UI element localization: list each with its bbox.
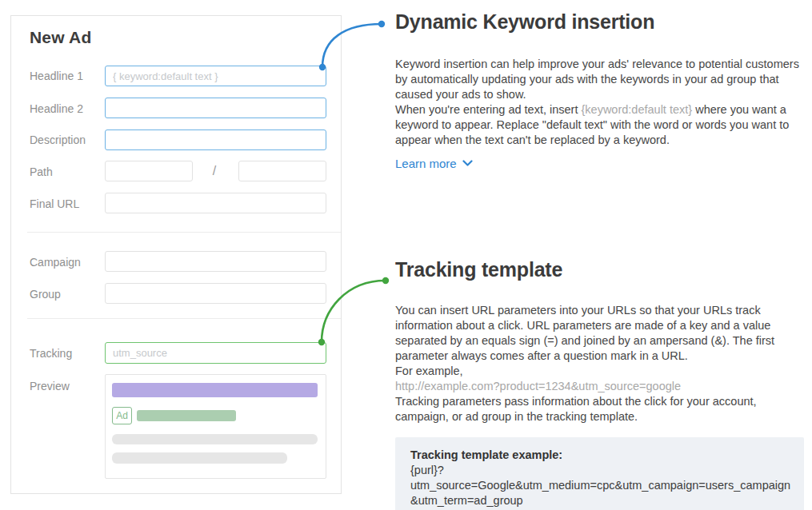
dki-p2-before: When you're entering ad text, insert: [395, 103, 581, 116]
path-label: Path: [30, 165, 53, 178]
headline1-label: Headline 1: [30, 70, 83, 82]
dki-p1: Keyword insertion can help improve your …: [395, 58, 799, 101]
tracking-p2: For example,: [395, 365, 463, 377]
tracking-label: Tracking: [30, 347, 72, 360]
headline2-input[interactable]: [105, 98, 326, 118]
tracking-p3: Tracking parameters pass information abo…: [395, 395, 757, 423]
example-url: http://example.com?product=1234&utm_sour…: [395, 380, 681, 392]
card-title: New Ad: [30, 28, 91, 47]
path-input-2[interactable]: [238, 161, 326, 181]
tracking-title: Tracking template: [395, 258, 562, 281]
example-template-line: {purl}?utm_source=Google&utm_medium=cpc&…: [410, 464, 790, 492]
description-label: Description: [30, 133, 86, 146]
campaign-label: Campaign: [30, 256, 81, 269]
final-url-input[interactable]: [105, 193, 326, 213]
keyword-token: {keyword:default text}: [581, 103, 692, 116]
description-input[interactable]: [105, 129, 326, 150]
path-separator: /: [210, 164, 219, 178]
group-input[interactable]: [105, 283, 326, 304]
final-url-label: Final URL: [30, 197, 79, 210]
dki-title: Dynamic Keyword insertion: [395, 10, 654, 34]
tracking-input[interactable]: [105, 342, 326, 364]
preview-url-bar: [137, 410, 236, 421]
preview-text-bar: [112, 452, 287, 464]
new-ad-card: New Ad Headline 1 Headline 2 Description…: [10, 15, 342, 494]
headline1-input[interactable]: [105, 66, 326, 86]
tracking-paragraph: You can insert URL parameters into your …: [395, 303, 810, 424]
dki-paragraph: Keyword insertion can help improve your …: [395, 57, 810, 148]
example-box-heading: Tracking template example:: [410, 448, 562, 461]
tracking-p1: You can insert URL parameters into your …: [395, 304, 774, 362]
learn-more-link[interactable]: Learn more: [395, 157, 473, 170]
tracking-example-box: Tracking template example: {purl}?utm_so…: [395, 437, 804, 510]
divider: [27, 318, 341, 319]
ad-preview: Ad: [105, 374, 326, 479]
chevron-down-icon: [462, 160, 473, 167]
headline2-label: Headline 2: [30, 102, 83, 115]
learn-more-label: Learn more: [395, 157, 457, 170]
campaign-input[interactable]: [105, 251, 326, 272]
ad-badge: Ad: [112, 407, 132, 424]
preview-label: Preview: [30, 380, 70, 392]
divider: [27, 232, 341, 233]
page: New Ad Headline 1 Headline 2 Description…: [0, 0, 812, 510]
preview-title-bar: [112, 383, 318, 397]
example-template-line: &utm_term=ad_group: [410, 494, 523, 507]
group-label: Group: [30, 288, 61, 301]
preview-text-bar: [112, 434, 318, 444]
path-input-1[interactable]: [105, 161, 193, 181]
